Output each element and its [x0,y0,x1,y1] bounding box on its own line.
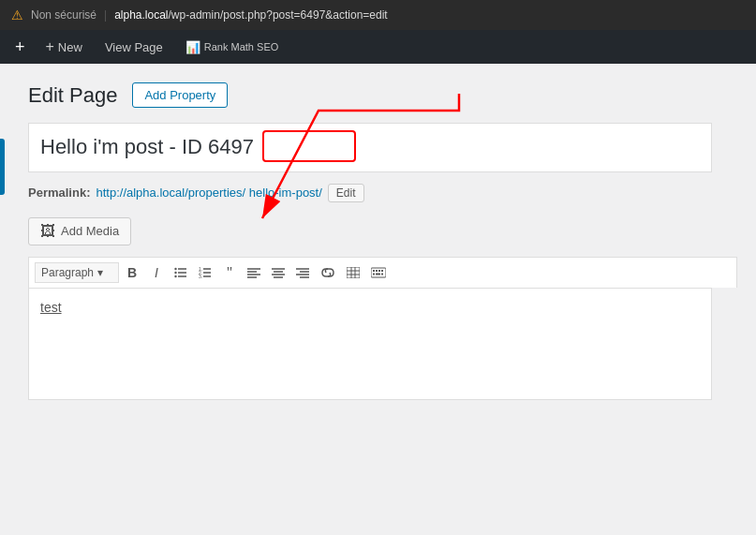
plus-icon: + [46,38,54,55]
toolbar-align-right-button[interactable] [291,261,314,284]
url-domain: alpha.local [114,8,168,22]
svg-rect-34 [373,273,375,275]
browser-bar: ⚠ Non sécurisé | alpha.local/wp-admin/po… [0,0,756,30]
editor-area: Edit Page Add Property Permalink: http:/… [28,82,737,516]
permalink-label: Permalink: [28,186,90,200]
url-path: /wp-admin/post.php?post=6497&action=edit [169,8,388,22]
post-title-input[interactable] [28,123,712,172]
url-bar[interactable]: alpha.local/wp-admin/post.php?post=6497&… [114,8,388,22]
svg-rect-36 [381,273,383,275]
add-media-label: Add Media [61,224,119,238]
chevron-down-icon: ▾ [97,266,103,279]
editor-content[interactable]: test [28,288,712,400]
admin-bar-view-page[interactable]: View Page [96,30,172,64]
toolbar-align-center-button[interactable] [267,261,289,284]
toolbar-blockquote-button[interactable]: " [218,261,241,284]
toolbar-link-button[interactable] [316,261,340,284]
svg-rect-35 [376,273,380,275]
separator: | [104,8,107,22]
add-media-button[interactable]: 🖼 Add Media [28,217,131,245]
warning-icon: ⚠ [11,7,23,22]
wp-logo[interactable]: + [7,37,33,57]
page-title-row: Edit Page Add Property [28,82,737,108]
add-media-icon: 🖼 [40,223,55,240]
page-title: Edit Page [28,83,117,108]
post-title-wrapper [28,123,712,184]
admin-bar-rank-math-label: Rank Math SEO [204,41,278,52]
toolbar-bold-button[interactable]: B [121,261,143,284]
svg-point-4 [174,272,176,274]
permalink-url[interactable]: http://alpha.local/properties/ hello-im-… [96,186,321,200]
paragraph-label: Paragraph [41,266,94,279]
toolbar-keyboard-button[interactable] [366,261,391,284]
paragraph-select[interactable]: Paragraph ▾ [35,262,119,283]
admin-bar-rank-math[interactable]: 📊 Rank Math SEO [176,30,288,64]
wp-admin-bar: + + New View Page 📊 Rank Math SEO [0,30,756,64]
svg-rect-30 [373,270,375,272]
admin-bar-new[interactable]: + New [37,30,92,64]
toolbar-align-left-button[interactable] [243,261,265,284]
editor-test-text: test [40,300,62,315]
left-accent [0,139,5,195]
editor-toolbar: Paragraph ▾ B I 1.2.3. " [28,257,737,288]
svg-text:3.: 3. [199,274,202,278]
svg-point-3 [174,268,176,270]
svg-rect-24 [347,267,360,278]
permalink-row: Permalink: http://alpha.local/properties… [28,184,737,202]
admin-bar-new-label: New [58,40,82,54]
main-content: Edit Page Add Property Permalink: http:/… [0,64,756,535]
svg-rect-31 [376,270,378,272]
toolbar-ordered-list-button[interactable]: 1.2.3. [194,261,216,284]
admin-bar-view-page-label: View Page [105,40,163,54]
rank-math-chart-icon: 📊 [185,40,200,54]
svg-rect-29 [371,268,386,277]
svg-rect-33 [381,270,383,272]
add-property-button[interactable]: Add Property [132,82,228,108]
toolbar-table-button[interactable] [342,261,364,284]
svg-point-5 [174,275,176,277]
toolbar-italic-button[interactable]: I [145,261,168,284]
permalink-edit-button[interactable]: Edit [328,184,364,202]
svg-rect-32 [378,270,380,272]
toolbar-unordered-list-button[interactable] [170,261,192,284]
non-secure-label: Non sécurisé [31,8,96,22]
